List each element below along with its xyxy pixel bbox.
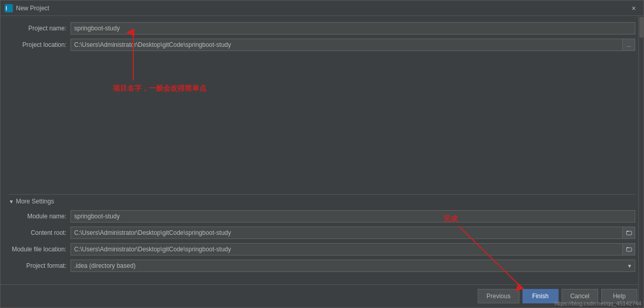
app-icon: I xyxy=(5,4,13,12)
content-root-input[interactable] xyxy=(71,227,623,239)
module-name-input[interactable] xyxy=(71,210,635,223)
more-settings-toggle[interactable]: ▼ More Settings xyxy=(9,194,635,208)
module-name-row: Module name: xyxy=(9,210,635,223)
module-file-location-row: Module file location: xyxy=(9,243,635,255)
module-name-input-wrap xyxy=(71,210,635,223)
project-format-select-wrap: .idea (directory based) ▼ xyxy=(71,260,635,272)
project-location-input-wrap: ... xyxy=(71,39,635,51)
module-file-location-label: Module file location: xyxy=(9,246,71,253)
project-location-row: Project location: ... xyxy=(9,39,635,51)
project-location-label: Project location: xyxy=(9,41,71,48)
watermark-url: https://blog.csdn.net/qq_45142744 xyxy=(552,299,643,307)
project-format-label: Project format: xyxy=(9,262,71,269)
svg-rect-2 xyxy=(626,231,632,235)
content-root-label: Content root: xyxy=(9,229,71,236)
module-file-location-input-wrap xyxy=(71,243,635,255)
content-spacer xyxy=(9,55,635,194)
content-root-browse-button[interactable] xyxy=(623,227,635,239)
project-location-input[interactable] xyxy=(71,39,623,51)
project-name-input[interactable] xyxy=(71,22,635,35)
svg-text:I: I xyxy=(6,6,7,11)
svg-rect-4 xyxy=(626,248,632,251)
more-settings-form: Module name: Content root: xyxy=(9,208,635,278)
more-settings-label: More Settings xyxy=(16,198,54,205)
dialog-content: Project name: Project location: ... ▼ Mo… xyxy=(1,16,643,284)
previous-button[interactable]: Previous xyxy=(478,289,519,303)
vertical-scrollbar xyxy=(638,16,643,307)
project-location-browse-button[interactable]: ... xyxy=(623,39,635,51)
project-name-row: Project name: xyxy=(9,22,635,35)
project-name-input-wrap xyxy=(71,22,635,35)
project-format-row: Project format: .idea (directory based) … xyxy=(9,260,635,272)
project-name-label: Project name: xyxy=(9,25,71,32)
dialog-footer: Previous Finish Cancel Help xyxy=(1,284,643,307)
more-settings-content: Module name: Content root: xyxy=(9,208,635,278)
collapse-icon: ▼ xyxy=(9,199,14,204)
svg-rect-5 xyxy=(626,247,629,248)
scrollbar-thumb xyxy=(639,17,643,38)
project-format-select[interactable]: .idea (directory based) xyxy=(71,260,635,272)
new-project-dialog: I New Project × Project name: Project lo… xyxy=(0,0,644,308)
module-name-label: Module name: xyxy=(9,213,71,220)
close-button[interactable]: × xyxy=(628,3,639,14)
module-file-location-browse-button[interactable] xyxy=(623,243,635,255)
title-bar: I New Project × xyxy=(1,1,643,16)
module-file-location-input[interactable] xyxy=(71,243,623,255)
content-root-row: Content root: xyxy=(9,227,635,239)
content-root-input-wrap xyxy=(71,227,635,239)
dialog-title: New Project xyxy=(16,5,628,12)
svg-rect-3 xyxy=(626,231,629,232)
